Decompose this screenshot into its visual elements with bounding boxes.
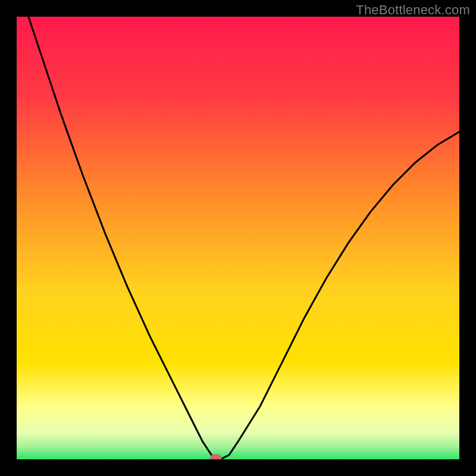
chart-svg	[17, 17, 459, 459]
plot-area	[17, 17, 459, 459]
chart-frame: TheBottleneck.com	[0, 0, 476, 476]
gradient-background	[17, 17, 459, 459]
watermark-text: TheBottleneck.com	[356, 2, 470, 18]
